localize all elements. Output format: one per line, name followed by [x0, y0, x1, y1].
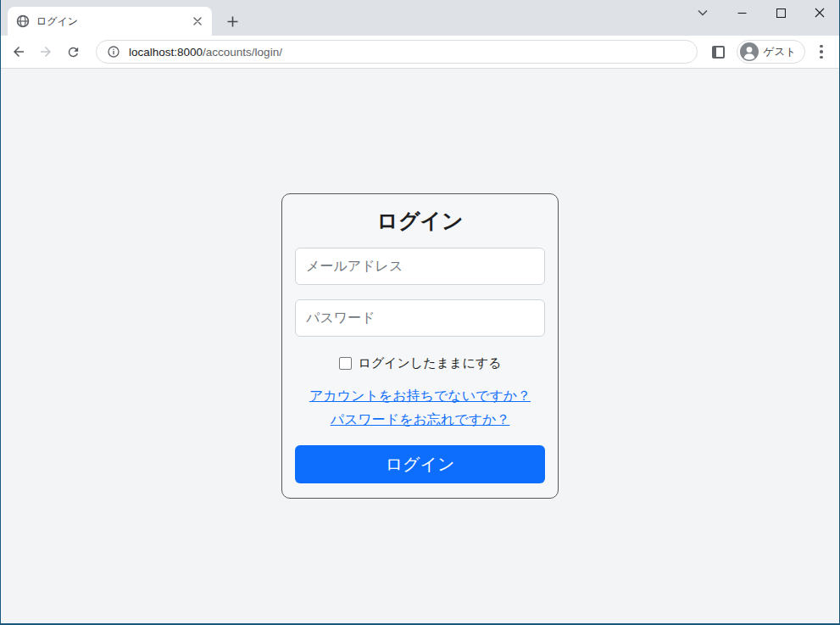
minimize-button[interactable]: [722, 0, 761, 25]
side-panel-icon: [712, 46, 725, 59]
helper-links: アカウントをお持ちでないですか？ パスワードをお忘れですか？: [295, 388, 545, 428]
tab-title: ログイン: [36, 14, 190, 29]
login-submit-button[interactable]: ログイン: [295, 445, 545, 483]
back-button[interactable]: [6, 39, 31, 64]
page-info-icon[interactable]: [107, 45, 120, 59]
url-host: localhost:8000: [129, 46, 203, 59]
signup-link[interactable]: アカウントをお持ちでないですか？: [309, 388, 531, 405]
remember-me-row: ログインしたままにする: [295, 355, 545, 371]
forgot-password-link[interactable]: パスワードをお忘れですか？: [331, 411, 510, 428]
page-title: ログイン: [295, 206, 545, 235]
globe-favicon-icon: [16, 14, 30, 28]
profile-name-label: ゲスト: [764, 45, 796, 59]
browser-tab[interactable]: ログイン: [8, 7, 212, 36]
browser-menu-button[interactable]: [810, 40, 832, 64]
maximize-button[interactable]: [761, 0, 800, 25]
profile-button[interactable]: ゲスト: [737, 40, 805, 64]
forward-button[interactable]: [33, 39, 58, 64]
remember-me-label: ログインしたままにする: [359, 355, 502, 371]
login-card: ログイン ログインしたままにする アカウントをお持ちでないですか？ パスワードを…: [281, 193, 559, 499]
browser-window: ログイン: [0, 0, 840, 625]
tab-close-icon[interactable]: [190, 14, 205, 29]
new-tab-button[interactable]: [222, 11, 242, 31]
tab-strip: ログイン: [1, 0, 839, 36]
side-panel-button[interactable]: [706, 39, 732, 64]
web-page: ログイン ログインしたままにする アカウントをお持ちでないですか？ パスワードを…: [1, 69, 839, 623]
browser-toolbar: localhost:8000/accounts/login/ ゲスト: [1, 36, 839, 68]
url-path: /accounts/login/: [203, 46, 282, 59]
email-field[interactable]: [295, 248, 545, 285]
close-window-button[interactable]: [800, 0, 839, 25]
reload-button[interactable]: [60, 39, 86, 64]
remember-me-checkbox[interactable]: [339, 357, 352, 370]
password-field[interactable]: [295, 299, 545, 337]
avatar-icon: [740, 42, 759, 61]
address-bar[interactable]: localhost:8000/accounts/login/: [96, 40, 698, 64]
url-text: localhost:8000/accounts/login/: [129, 46, 282, 59]
tab-search-chevron-icon[interactable]: [683, 0, 722, 25]
window-controls: [683, 0, 839, 25]
